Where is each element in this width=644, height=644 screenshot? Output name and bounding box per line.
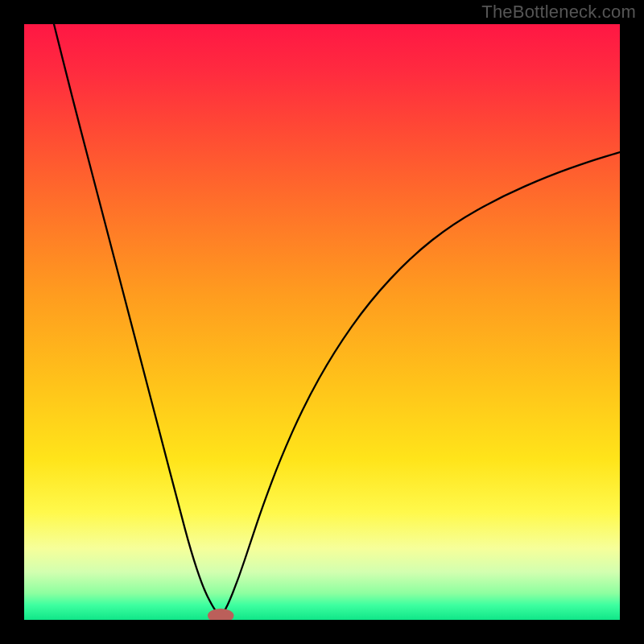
chart-svg: [24, 24, 620, 620]
chart-frame: TheBottleneck.com: [0, 0, 644, 644]
gradient-background: [24, 24, 620, 620]
plot-area: [24, 24, 620, 620]
watermark-text: TheBottleneck.com: [481, 2, 636, 23]
